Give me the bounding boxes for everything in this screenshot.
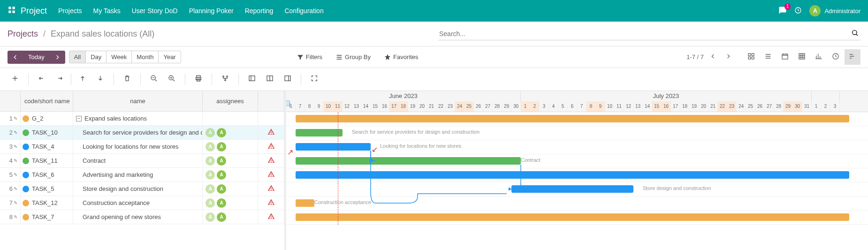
delete-button[interactable] (120, 72, 135, 87)
nav-link-user-story-dod[interactable]: User Story DoD (132, 7, 178, 15)
table-row[interactable]: 7 ✎TASK_12Construction acceptanceAA (0, 196, 284, 210)
edit-icon[interactable]: ✎ (14, 172, 17, 177)
range-all[interactable]: All (69, 51, 86, 63)
warning-icon[interactable] (267, 128, 275, 137)
table-row[interactable]: 5 ✎TASK_6Advertising and marketingAA (0, 168, 284, 182)
assignee-avatar[interactable]: A (217, 184, 226, 194)
day-cell[interactable]: 8 (305, 101, 314, 112)
day-cell[interactable]: 2 (821, 101, 830, 112)
range-week[interactable]: Week (106, 51, 132, 63)
pager-prev[interactable] (708, 51, 719, 63)
groupby-button[interactable]: Group By (331, 51, 375, 63)
filters-button[interactable]: Filters (292, 51, 327, 63)
timeline-row[interactable] (286, 168, 868, 182)
day-cell[interactable]: 20 (699, 101, 708, 112)
assignee-avatar[interactable]: A (206, 212, 215, 222)
warning-icon[interactable] (267, 170, 275, 179)
table-row[interactable]: 4 ✎TASK_11ContractAA (0, 154, 284, 168)
day-cell[interactable]: 23 (446, 101, 455, 112)
day-cell[interactable]: 21 (427, 101, 436, 112)
prev-period-button[interactable] (8, 51, 23, 64)
day-cell[interactable]: 1 (521, 101, 530, 112)
assignee-avatar[interactable]: A (206, 156, 215, 166)
breadcrumb-root[interactable]: Projects (8, 29, 38, 38)
gantt-bar[interactable] (511, 185, 633, 193)
move-down-button[interactable] (93, 72, 108, 87)
layout-3-button[interactable] (280, 72, 295, 87)
warning-icon[interactable] (267, 198, 275, 207)
print-button[interactable] (191, 72, 206, 87)
day-cell[interactable]: 17 (389, 101, 399, 112)
user-menu[interactable]: A Administrator (809, 5, 860, 16)
layout-1-button[interactable] (244, 72, 259, 87)
collapse-icon[interactable]: − (76, 116, 82, 121)
day-cell[interactable]: 26 (755, 101, 765, 112)
day-cell[interactable]: 20 (418, 101, 427, 112)
gantt-bar[interactable] (296, 213, 849, 221)
day-cell[interactable]: 12 (343, 101, 352, 112)
day-cell[interactable]: 18 (680, 101, 690, 112)
add-task-button[interactable] (8, 72, 23, 87)
timeline-row[interactable]: Store design and construction (286, 182, 868, 197)
view-activity[interactable] (828, 49, 844, 65)
edit-icon[interactable]: ✎ (14, 200, 17, 205)
messages-icon[interactable]: 1 (778, 6, 787, 16)
nav-link-configuration[interactable]: Configuration (284, 7, 323, 15)
day-cell[interactable]: 22 (436, 101, 446, 112)
timeline-row[interactable]: Search for service providers for design … (286, 126, 868, 140)
day-cell[interactable]: 29 (502, 101, 511, 112)
nav-link-my-tasks[interactable]: My Tasks (93, 7, 121, 15)
view-list[interactable] (760, 49, 776, 65)
day-cell[interactable]: 24 (737, 101, 746, 112)
outdent-button[interactable] (34, 72, 49, 87)
day-cell[interactable]: 11 (333, 101, 343, 112)
day-cell[interactable]: 13 (633, 101, 643, 112)
day-cell[interactable]: 9 (314, 101, 324, 112)
gantt-bar[interactable] (296, 143, 371, 151)
today-button[interactable]: Today (23, 51, 50, 64)
timeline-row[interactable]: Contract (286, 154, 868, 168)
assignee-avatar[interactable]: A (217, 212, 226, 222)
day-cell[interactable]: 30 (793, 101, 802, 112)
day-cell[interactable]: 14 (643, 101, 652, 112)
range-month[interactable]: Month (131, 51, 159, 63)
edit-icon[interactable]: ✎ (14, 144, 17, 149)
day-cell[interactable]: 27 (765, 101, 774, 112)
day-cell[interactable]: 10 (605, 101, 615, 112)
warning-icon[interactable] (267, 212, 275, 221)
assignee-avatar[interactable]: A (217, 128, 226, 137)
day-cell[interactable]: 1 (812, 101, 821, 112)
assignee-avatar[interactable]: A (217, 170, 226, 180)
edit-icon[interactable]: ✎ (14, 214, 17, 220)
assignee-avatar[interactable]: A (206, 198, 215, 208)
gantt-bar[interactable] (296, 171, 849, 179)
timeline-row[interactable] (286, 112, 868, 126)
day-cell[interactable]: 29 (784, 101, 793, 112)
nav-link-planning-poker[interactable]: Planning Poker (189, 7, 234, 15)
day-cell[interactable]: 7 (577, 101, 586, 112)
view-gantt[interactable] (845, 49, 860, 65)
day-cell[interactable]: 25 (746, 101, 755, 112)
edit-icon[interactable]: ✎ (14, 158, 17, 163)
apps-icon[interactable] (8, 6, 16, 16)
table-row[interactable]: 8 ✎TASK_7Grand opening of new storesAA (0, 210, 284, 224)
day-cell[interactable]: 15 (371, 101, 380, 112)
table-row[interactable]: 2 ✎TASK_10Search for service providers f… (0, 126, 284, 140)
search-button[interactable] (849, 27, 860, 40)
day-cell[interactable]: 6 (568, 101, 577, 112)
day-cell[interactable]: 17 (671, 101, 680, 112)
gantt-bar[interactable] (296, 199, 314, 207)
day-cell[interactable]: 4 (549, 101, 558, 112)
day-cell[interactable]: 10 (324, 101, 333, 112)
zoom-in-button[interactable] (164, 72, 179, 87)
warning-icon[interactable] (267, 142, 275, 151)
app-title[interactable]: Project (8, 6, 47, 16)
day-cell[interactable]: 15 (652, 101, 662, 112)
day-cell[interactable]: 24 (455, 101, 464, 112)
day-cell[interactable]: 16 (662, 101, 671, 112)
view-calendar[interactable] (777, 49, 793, 65)
timeline-scroll-thumb[interactable]: ‹› (286, 100, 290, 106)
view-graph[interactable] (811, 49, 827, 65)
column-name[interactable]: name (73, 91, 203, 111)
warning-icon[interactable] (267, 156, 275, 165)
